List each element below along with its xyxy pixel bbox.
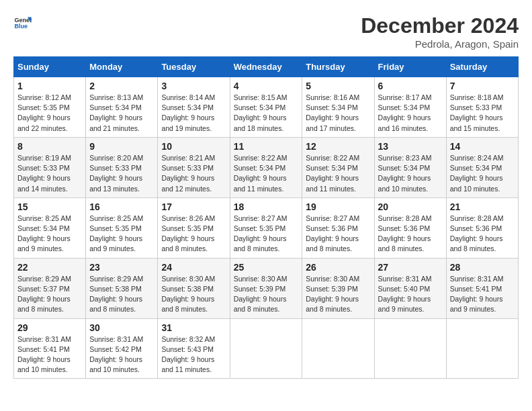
day-number: 23 <box>89 262 154 273</box>
col-header-monday: Monday <box>86 57 158 77</box>
day-number: 25 <box>234 262 299 273</box>
day-number: 18 <box>234 201 299 212</box>
day-cell-10: 10Sunrise: 8:21 AMSunset: 5:33 PMDayligh… <box>158 137 230 197</box>
day-cell-16: 16Sunrise: 8:25 AMSunset: 5:35 PMDayligh… <box>86 197 158 258</box>
day-number: 14 <box>450 141 515 152</box>
day-detail: Sunrise: 8:31 AMSunset: 5:41 PMDaylight:… <box>450 274 515 315</box>
empty-cell <box>446 318 518 379</box>
day-number: 10 <box>161 141 226 152</box>
day-cell-8: 8Sunrise: 8:19 AMSunset: 5:33 PMDaylight… <box>14 137 86 197</box>
day-detail: Sunrise: 8:20 AMSunset: 5:33 PMDaylight:… <box>89 153 154 194</box>
svg-text:Blue: Blue <box>14 23 28 30</box>
day-detail: Sunrise: 8:18 AMSunset: 5:33 PMDaylight:… <box>450 93 515 134</box>
week-row-5: 29Sunrise: 8:31 AMSunset: 5:41 PMDayligh… <box>14 318 519 379</box>
month-title: December 2024 <box>361 13 519 38</box>
day-number: 19 <box>306 201 370 212</box>
day-detail: Sunrise: 8:21 AMSunset: 5:33 PMDaylight:… <box>161 153 226 194</box>
day-detail: Sunrise: 8:25 AMSunset: 5:34 PMDaylight:… <box>17 214 82 255</box>
day-cell-9: 9Sunrise: 8:20 AMSunset: 5:33 PMDaylight… <box>86 137 158 197</box>
day-cell-6: 6Sunrise: 8:17 AMSunset: 5:34 PMDaylight… <box>374 77 446 138</box>
day-detail: Sunrise: 8:29 AMSunset: 5:38 PMDaylight:… <box>89 274 154 315</box>
week-row-4: 22Sunrise: 8:29 AMSunset: 5:37 PMDayligh… <box>14 258 519 318</box>
day-number: 30 <box>89 322 154 333</box>
empty-cell <box>374 318 446 379</box>
day-number: 21 <box>450 201 515 212</box>
day-cell-17: 17Sunrise: 8:26 AMSunset: 5:35 PMDayligh… <box>158 197 230 258</box>
day-number: 20 <box>378 201 443 212</box>
col-header-friday: Friday <box>374 57 446 77</box>
day-number: 7 <box>450 81 515 91</box>
day-cell-5: 5Sunrise: 8:16 AMSunset: 5:34 PMDaylight… <box>302 77 374 138</box>
day-cell-4: 4Sunrise: 8:15 AMSunset: 5:34 PMDaylight… <box>230 77 302 138</box>
col-header-sunday: Sunday <box>14 57 86 77</box>
header-row: SundayMondayTuesdayWednesdayThursdayFrid… <box>14 57 519 77</box>
week-row-2: 8Sunrise: 8:19 AMSunset: 5:33 PMDaylight… <box>14 137 519 197</box>
col-header-tuesday: Tuesday <box>158 57 230 77</box>
day-cell-15: 15Sunrise: 8:25 AMSunset: 5:34 PMDayligh… <box>14 197 86 258</box>
day-cell-28: 28Sunrise: 8:31 AMSunset: 5:41 PMDayligh… <box>446 258 518 318</box>
day-number: 9 <box>89 141 154 152</box>
week-row-1: 1Sunrise: 8:12 AMSunset: 5:35 PMDaylight… <box>14 77 519 138</box>
day-detail: Sunrise: 8:25 AMSunset: 5:35 PMDaylight:… <box>89 214 154 255</box>
logo: General Blue <box>13 13 32 32</box>
day-cell-26: 26Sunrise: 8:30 AMSunset: 5:39 PMDayligh… <box>302 258 374 318</box>
day-number: 4 <box>234 81 299 91</box>
day-number: 3 <box>161 81 226 91</box>
day-number: 22 <box>17 262 82 273</box>
day-cell-30: 30Sunrise: 8:31 AMSunset: 5:42 PMDayligh… <box>86 318 158 379</box>
day-detail: Sunrise: 8:26 AMSunset: 5:35 PMDaylight:… <box>161 214 226 255</box>
day-detail: Sunrise: 8:24 AMSunset: 5:34 PMDaylight:… <box>450 153 515 194</box>
day-detail: Sunrise: 8:19 AMSunset: 5:33 PMDaylight:… <box>17 153 82 194</box>
day-detail: Sunrise: 8:22 AMSunset: 5:34 PMDaylight:… <box>306 153 370 194</box>
calendar-table: SundayMondayTuesdayWednesdayThursdayFrid… <box>13 56 519 379</box>
day-detail: Sunrise: 8:23 AMSunset: 5:34 PMDaylight:… <box>378 153 443 194</box>
logo-icon: General Blue <box>13 13 32 32</box>
day-cell-12: 12Sunrise: 8:22 AMSunset: 5:34 PMDayligh… <box>302 137 374 197</box>
day-number: 29 <box>17 322 82 333</box>
day-detail: Sunrise: 8:13 AMSunset: 5:34 PMDaylight:… <box>89 93 154 134</box>
day-cell-27: 27Sunrise: 8:31 AMSunset: 5:40 PMDayligh… <box>374 258 446 318</box>
day-detail: Sunrise: 8:22 AMSunset: 5:34 PMDaylight:… <box>234 153 299 194</box>
day-number: 2 <box>89 81 154 91</box>
day-cell-25: 25Sunrise: 8:30 AMSunset: 5:39 PMDayligh… <box>230 258 302 318</box>
day-number: 1 <box>17 81 82 91</box>
day-cell-13: 13Sunrise: 8:23 AMSunset: 5:34 PMDayligh… <box>374 137 446 197</box>
day-cell-21: 21Sunrise: 8:28 AMSunset: 5:36 PMDayligh… <box>446 197 518 258</box>
day-number: 17 <box>161 201 226 212</box>
day-cell-1: 1Sunrise: 8:12 AMSunset: 5:35 PMDaylight… <box>14 77 86 138</box>
day-cell-14: 14Sunrise: 8:24 AMSunset: 5:34 PMDayligh… <box>446 137 518 197</box>
day-number: 24 <box>161 262 226 273</box>
day-detail: Sunrise: 8:31 AMSunset: 5:42 PMDaylight:… <box>89 334 154 375</box>
day-cell-23: 23Sunrise: 8:29 AMSunset: 5:38 PMDayligh… <box>86 258 158 318</box>
day-cell-29: 29Sunrise: 8:31 AMSunset: 5:41 PMDayligh… <box>14 318 86 379</box>
empty-cell <box>230 318 302 379</box>
day-number: 8 <box>17 141 82 152</box>
day-cell-11: 11Sunrise: 8:22 AMSunset: 5:34 PMDayligh… <box>230 137 302 197</box>
day-detail: Sunrise: 8:27 AMSunset: 5:35 PMDaylight:… <box>234 214 299 255</box>
day-number: 13 <box>378 141 443 152</box>
day-detail: Sunrise: 8:27 AMSunset: 5:36 PMDaylight:… <box>306 214 370 255</box>
day-detail: Sunrise: 8:32 AMSunset: 5:43 PMDaylight:… <box>161 334 226 375</box>
day-detail: Sunrise: 8:30 AMSunset: 5:38 PMDaylight:… <box>161 274 226 315</box>
day-number: 28 <box>450 262 515 273</box>
day-detail: Sunrise: 8:31 AMSunset: 5:40 PMDaylight:… <box>378 274 443 315</box>
day-detail: Sunrise: 8:29 AMSunset: 5:37 PMDaylight:… <box>17 274 82 315</box>
day-detail: Sunrise: 8:30 AMSunset: 5:39 PMDaylight:… <box>234 274 299 315</box>
day-cell-22: 22Sunrise: 8:29 AMSunset: 5:37 PMDayligh… <box>14 258 86 318</box>
day-cell-7: 7Sunrise: 8:18 AMSunset: 5:33 PMDaylight… <box>446 77 518 138</box>
day-detail: Sunrise: 8:14 AMSunset: 5:34 PMDaylight:… <box>161 93 226 134</box>
day-number: 11 <box>234 141 299 152</box>
day-detail: Sunrise: 8:15 AMSunset: 5:34 PMDaylight:… <box>234 93 299 134</box>
day-number: 5 <box>306 81 370 91</box>
day-detail: Sunrise: 8:28 AMSunset: 5:36 PMDaylight:… <box>450 214 515 255</box>
empty-cell <box>302 318 374 379</box>
day-number: 26 <box>306 262 370 273</box>
day-detail: Sunrise: 8:31 AMSunset: 5:41 PMDaylight:… <box>17 334 82 375</box>
day-cell-3: 3Sunrise: 8:14 AMSunset: 5:34 PMDaylight… <box>158 77 230 138</box>
day-number: 16 <box>89 201 154 212</box>
col-header-thursday: Thursday <box>302 57 374 77</box>
day-cell-19: 19Sunrise: 8:27 AMSunset: 5:36 PMDayligh… <box>302 197 374 258</box>
day-cell-31: 31Sunrise: 8:32 AMSunset: 5:43 PMDayligh… <box>158 318 230 379</box>
day-number: 27 <box>378 262 443 273</box>
day-cell-18: 18Sunrise: 8:27 AMSunset: 5:35 PMDayligh… <box>230 197 302 258</box>
